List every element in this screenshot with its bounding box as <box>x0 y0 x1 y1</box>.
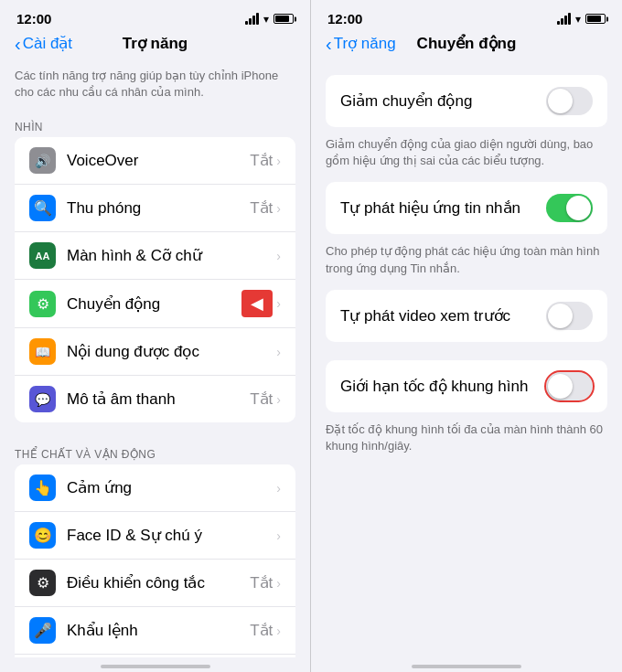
mo-ta-chevron-icon: › <box>276 392 281 407</box>
khau-lenh-right: Tắt › <box>250 621 281 640</box>
giam-chuyen-dong-toggle[interactable] <box>546 87 593 115</box>
tu-phat-row[interactable]: Tự phát hiệu ứng tin nhắn <box>326 182 607 234</box>
toggle-thumb <box>548 89 573 113</box>
left-time: 12:00 <box>16 11 51 27</box>
dieu-khien-right: Tắt › <box>250 573 281 592</box>
noi-dung-icon: 📖 <box>29 338 56 365</box>
face-id-label: Face ID & Sự chú ý <box>67 526 202 545</box>
chuyen-dong-right: ◀ › <box>234 290 281 317</box>
cam-ung-row[interactable]: 👆 Cảm ứng › <box>15 464 295 512</box>
man-hinh-label: Màn hình & Cỡ chữ <box>67 246 202 265</box>
right-nav-bar: ‹ Trợ năng Chuyển động <box>311 30 622 60</box>
chuyen-dong-content: Chuyển động ◀ › <box>67 290 281 317</box>
left-description: Các tính năng trợ năng giúp bạn tùy chỉn… <box>0 60 310 113</box>
cam-ung-content: Cảm ứng › <box>67 478 281 497</box>
mo-ta-icon: 💬 <box>29 386 56 412</box>
right-back-chevron-icon: ‹ <box>326 35 332 53</box>
thu-phong-icon: 🔍 <box>29 195 56 221</box>
man-hinh-right: › <box>276 249 281 263</box>
cam-ung-right: › <box>276 481 281 496</box>
left-content: Các tính năng trợ năng giúp bạn tùy chỉn… <box>0 60 310 657</box>
thu-phong-chevron-icon: › <box>276 201 281 216</box>
right-status-icons: ▾ <box>557 13 606 26</box>
tu-phat-toggle-thumb <box>566 196 591 220</box>
khau-lenh-value: Tắt <box>250 621 273 640</box>
face-id-right: › <box>276 528 281 543</box>
giam-chuyen-dong-section: Giảm chuyển động <box>326 75 607 127</box>
dieu-khien-row[interactable]: ⚙ Điều khiển công tắc Tắt › <box>15 560 295 607</box>
section-nhin-header: NHÌN <box>0 113 310 137</box>
tu-phat-video-row[interactable]: Tự phát video xem trước <box>326 290 607 342</box>
tu-phat-section: Tự phát hiệu ứng tin nhắn <box>326 182 607 234</box>
khau-lenh-row[interactable]: 🎤 Khẩu lệnh Tắt › <box>15 607 295 655</box>
section-gioi-han: Giới hạn tốc độ khung hình Đặt tốc độ kh… <box>311 360 622 467</box>
mo-ta-row[interactable]: 💬 Mô tả âm thanh Tắt › <box>15 376 295 422</box>
nhin-group: 🔊 VoiceOver Tắt › 🔍 Thu phóng <box>15 137 295 422</box>
tu-phat-video-toggle[interactable] <box>546 302 593 330</box>
gioi-han-label: Giới hạn tốc độ khung hình <box>340 377 546 396</box>
right-back-button[interactable]: ‹ Trợ năng <box>326 34 396 53</box>
khau-lenh-content: Khẩu lệnh Tắt › <box>67 621 281 640</box>
noi-dung-row[interactable]: 📖 Nội dung được đọc › <box>15 328 295 376</box>
face-id-row[interactable]: 😊 Face ID & Sự chú ý › <box>15 512 295 560</box>
man-hinh-row[interactable]: AA Màn hình & Cỡ chữ › <box>15 232 295 280</box>
voiceover-row[interactable]: 🔊 VoiceOver Tắt › <box>15 137 295 185</box>
right-panel: 12:00 ▾ ‹ Trợ năng Chuyển động <box>311 0 622 672</box>
man-hinh-chevron-icon: › <box>276 249 281 263</box>
left-back-button[interactable]: ‹ Cài đặt <box>15 34 72 53</box>
voiceover-icon: 🔊 <box>29 147 56 174</box>
home-bar <box>101 665 210 668</box>
tu-phat-video-toggle-thumb <box>548 304 573 328</box>
giam-chuyen-dong-label: Giảm chuyển động <box>340 91 546 111</box>
right-home-bar <box>412 665 521 668</box>
section-tu-phat: Tự phát hiệu ứng tin nhắn Cho phép tự độ… <box>311 182 622 289</box>
chuyen-dong-chevron-icon: › <box>276 296 281 311</box>
tu-phat-label: Tự phát hiệu ứng tin nhắn <box>340 198 546 218</box>
thu-phong-row[interactable]: 🔍 Thu phóng Tắt › <box>15 185 295 232</box>
left-status-bar: 12:00 ▾ <box>0 0 310 30</box>
man-hinh-content: Màn hình & Cỡ chữ › <box>67 246 281 265</box>
noi-dung-right: › <box>276 345 281 359</box>
cam-ung-icon: 👆 <box>29 475 56 501</box>
right-content: Giảm chuyển động Giảm chuyển động của gi… <box>311 60 622 657</box>
right-status-bar: 12:00 ▾ <box>311 0 622 30</box>
tu-phat-toggle[interactable] <box>546 194 593 222</box>
mo-ta-content: Mô tả âm thanh Tắt › <box>67 389 281 409</box>
giam-chuyen-dong-description: Giảm chuyển động của giao diện người dùn… <box>311 131 622 182</box>
khau-lenh-chevron-icon: › <box>276 624 281 638</box>
gioi-han-toggle[interactable] <box>546 372 593 400</box>
tu-phat-video-label: Tự phát video xem trước <box>340 306 546 325</box>
voiceover-right: Tắt › <box>250 151 281 170</box>
thu-phong-value: Tắt <box>250 198 273 218</box>
chuyen-dong-icon: ⚙ <box>29 291 56 317</box>
gioi-han-description: Đặt tốc độ khung hình tối đa của màn hìn… <box>311 416 622 467</box>
the-chat-group: 👆 Cảm ứng › 😊 Face ID & Sự chú ý › <box>15 464 295 657</box>
right-wifi-icon: ▾ <box>575 13 581 26</box>
thu-phong-label: Thu phóng <box>67 199 141 218</box>
cam-ung-chevron-icon: › <box>276 481 281 496</box>
signal-icon <box>245 13 259 25</box>
giam-chuyen-dong-row[interactable]: Giảm chuyển động <box>326 75 607 127</box>
tu-phat-description: Cho phép tự động phát các hiệu ứng toàn … <box>311 238 622 289</box>
left-nav-title: Trợ năng <box>123 34 188 53</box>
gioi-han-row[interactable]: Giới hạn tốc độ khung hình <box>326 360 607 412</box>
right-signal-icon <box>557 13 571 25</box>
section-giam-chuyen-dong: Giảm chuyển động Giảm chuyển động của gi… <box>311 75 622 182</box>
mo-ta-label: Mô tả âm thanh <box>67 389 176 409</box>
left-back-label: Cài đặt <box>23 34 72 53</box>
right-home-indicator <box>311 657 622 672</box>
cam-ung-label: Cảm ứng <box>67 478 132 497</box>
dieu-khien-content: Điều khiển công tắc Tắt › <box>67 573 281 592</box>
gioi-han-toggle-thumb <box>548 374 573 399</box>
left-status-icons: ▾ <box>245 13 294 26</box>
dieu-khien-icon: ⚙ <box>29 570 56 596</box>
dieu-khien-label: Điều khiển công tắc <box>67 573 205 592</box>
voiceover-chevron-icon: › <box>276 154 281 168</box>
voiceover-label: VoiceOver <box>67 152 138 170</box>
chuyen-dong-row[interactable]: ⚙ Chuyển động ◀ › <box>15 280 295 328</box>
tu-phat-video-section: Tự phát video xem trước <box>326 290 607 342</box>
noi-dung-chevron-icon: › <box>276 345 281 359</box>
voiceover-value: Tắt <box>250 151 273 170</box>
thu-phong-right: Tắt › <box>250 198 281 218</box>
gioi-han-section: Giới hạn tốc độ khung hình <box>326 360 607 412</box>
